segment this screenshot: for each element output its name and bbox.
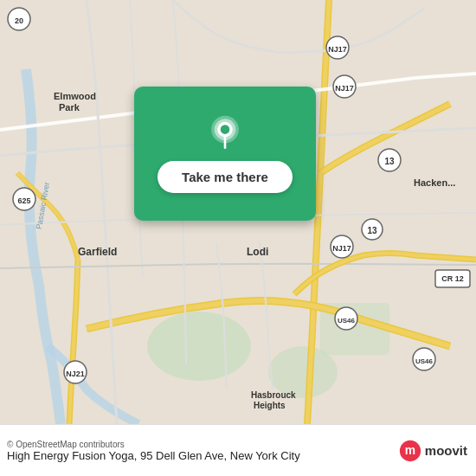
svg-text:NJ17: NJ17: [335, 84, 354, 93]
lodi-label: Lodi: [247, 246, 268, 258]
bottom-bar: © OpenStreetMap contributors High Energy…: [0, 424, 476, 476]
svg-text:Heights: Heights: [254, 401, 286, 410]
svg-text:US46: US46: [415, 357, 434, 365]
garfield-label: Garfield: [78, 246, 117, 258]
moovit-text: moovit: [425, 443, 467, 458]
map-container: NJ17 NJ17 13 13 NJ17 US46 US46 NJ21 625 …: [0, 0, 476, 424]
svg-text:US46: US46: [338, 317, 356, 325]
svg-text:20: 20: [15, 16, 23, 25]
svg-text:13: 13: [384, 157, 395, 166]
svg-point-31: [221, 125, 230, 134]
hackensack-label: Hacken...: [414, 177, 455, 188]
svg-text:Park: Park: [59, 102, 80, 113]
location-pin-icon: [206, 114, 244, 152]
svg-text:NJ17: NJ17: [332, 244, 351, 253]
copyright-text: © OpenStreetMap contributors: [7, 440, 392, 449]
svg-text:625: 625: [17, 196, 30, 205]
svg-text:m: m: [405, 443, 415, 457]
take-me-there-button[interactable]: Take me there: [158, 161, 293, 193]
svg-text:CR 12: CR 12: [441, 274, 464, 283]
svg-point-1: [147, 312, 251, 381]
hasbrouck-label: Hasbrouck: [251, 390, 296, 400]
moovit-pin-icon: m: [399, 440, 421, 462]
svg-text:NJ21: NJ21: [66, 370, 85, 378]
address-text: High Energy Fusion Yoga, 95 Dell Glen Av…: [7, 449, 318, 462]
elmwood-park-label: Elmwood: [54, 91, 96, 101]
svg-text:13: 13: [367, 226, 377, 235]
location-card: Take me there: [134, 87, 316, 221]
svg-text:NJ17: NJ17: [328, 45, 347, 54]
moovit-logo: m moovit: [399, 440, 467, 462]
